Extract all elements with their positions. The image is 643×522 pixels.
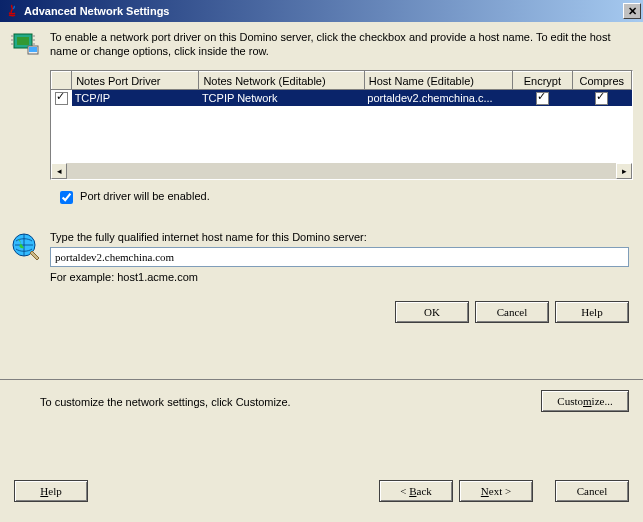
hostname-label: Type the fully qualified internet host n…: [50, 231, 629, 243]
customize-button[interactable]: Customize...: [541, 390, 629, 412]
col-encrypt[interactable]: Encrypt: [513, 72, 572, 90]
globe-icon: [10, 231, 42, 263]
row-compress-checkbox[interactable]: [595, 92, 608, 105]
wizard-cancel-button[interactable]: Cancel: [555, 480, 629, 502]
cell-host[interactable]: portaldev2.chemchina.c...: [364, 90, 512, 106]
cell-driver[interactable]: TCP/IP: [72, 90, 199, 106]
hostname-example: For example: host1.acme.com: [50, 271, 629, 283]
port-enabled-checkbox[interactable]: [60, 191, 73, 204]
ok-button[interactable]: OK: [395, 301, 469, 323]
row-enable-checkbox[interactable]: [55, 92, 68, 105]
scroll-track[interactable]: [67, 163, 616, 179]
svg-rect-9: [29, 47, 37, 52]
wizard-help-button[interactable]: Help: [14, 480, 88, 502]
titlebar: Advanced Network Settings ✕: [0, 0, 643, 22]
cancel-button[interactable]: Cancel: [475, 301, 549, 323]
intro-text: To enable a network port driver on this …: [50, 28, 633, 60]
col-driver[interactable]: Notes Port Driver: [72, 72, 199, 90]
col-host[interactable]: Host Name (Editable): [364, 72, 512, 90]
table-row[interactable]: TCP/IP TCPIP Network portaldev2.chemchin…: [52, 90, 632, 106]
hostname-input[interactable]: [50, 247, 629, 267]
col-network[interactable]: Notes Network (Editable): [199, 72, 364, 90]
port-table[interactable]: Notes Port Driver Notes Network (Editabl…: [50, 70, 633, 180]
wizard-panel: To customize the network settings, click…: [0, 380, 643, 520]
back-button[interactable]: < Back: [379, 480, 453, 502]
network-chip-icon: [10, 28, 42, 60]
scroll-right-button[interactable]: ▸: [616, 163, 632, 179]
row-encrypt-checkbox[interactable]: [536, 92, 549, 105]
window-title: Advanced Network Settings: [24, 5, 623, 17]
help-button[interactable]: Help: [555, 301, 629, 323]
close-button[interactable]: ✕: [623, 3, 641, 19]
col-compress[interactable]: Compres: [572, 72, 631, 90]
scroll-left-button[interactable]: ◂: [51, 163, 67, 179]
col-enable[interactable]: [52, 72, 72, 90]
java-icon: [4, 3, 20, 19]
wizard-text: To customize the network settings, click…: [14, 390, 291, 408]
horizontal-scrollbar[interactable]: ◂ ▸: [51, 163, 632, 179]
cell-network[interactable]: TCPIP Network: [199, 90, 364, 106]
svg-rect-1: [17, 37, 29, 45]
port-enabled-label: Port driver will be enabled.: [80, 190, 210, 202]
next-button[interactable]: Next >: [459, 480, 533, 502]
dialog-body: To enable a network port driver on this …: [0, 22, 643, 380]
